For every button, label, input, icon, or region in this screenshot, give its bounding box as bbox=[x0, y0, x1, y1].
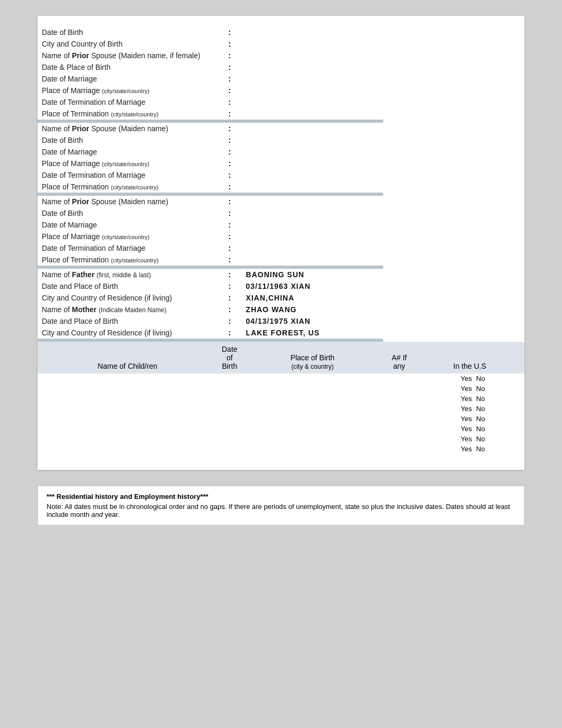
value-father-residence: XIAN,CHINA bbox=[242, 292, 384, 304]
colon-prior-1: : bbox=[217, 50, 242, 61]
label-place-term-3: Place of Termination (city/state/country… bbox=[38, 254, 217, 266]
label-dob-3: Date of Birth bbox=[38, 207, 217, 219]
child-place-3 bbox=[242, 394, 384, 404]
child-yes-4: Yes bbox=[415, 404, 474, 414]
row-father-name: Name of Father (first, middle & last) : … bbox=[38, 269, 524, 280]
row-prior-spouse-1-name: Name of Prior Spouse (Maiden name, if fe… bbox=[38, 50, 524, 61]
value-place-term-3 bbox=[242, 254, 384, 266]
row-prior-spouse-2-name: Name of Prior Spouse (Maiden name) : bbox=[38, 123, 524, 134]
row-place-marriage-3: Place of Marriage (city/state/country) : bbox=[38, 231, 524, 242]
value-place-marriage-3 bbox=[242, 231, 384, 242]
label-father-residence: City and Country of Residence (if living… bbox=[38, 292, 217, 304]
value-mother-name: ZHAO WANG bbox=[242, 304, 384, 315]
child-dob-3 bbox=[217, 394, 242, 404]
row-dob-2: Date of Birth : bbox=[38, 134, 524, 146]
row-city-birth-1: City and Country of Birth : bbox=[38, 38, 524, 50]
prior-bold-2: Prior bbox=[72, 124, 89, 133]
small-place-marriage-3: (city/state/country) bbox=[102, 234, 150, 240]
value-place-term-1 bbox=[242, 108, 384, 120]
row-date-place-birth-1: Date & Place of Birth : bbox=[38, 61, 524, 73]
row-dob-3: Date of Birth : bbox=[38, 207, 524, 219]
child-yes-2: Yes bbox=[415, 384, 474, 394]
row-dom-1: Date of Marriage : bbox=[38, 73, 524, 85]
label-dom-1: Date of Marriage bbox=[38, 73, 217, 85]
child-name-5 bbox=[38, 414, 217, 424]
label-mother-dob: Date and Place of Birth bbox=[38, 315, 217, 327]
value-dom-1 bbox=[242, 73, 384, 85]
child-no-5: No bbox=[474, 414, 524, 424]
value-prior-2 bbox=[242, 123, 384, 134]
colon-father-residence: : bbox=[217, 292, 242, 304]
mother-bold: Mother bbox=[72, 305, 97, 314]
row-dot-marriage-2: Date of Termination of Marriage : bbox=[38, 169, 524, 181]
label-city-birth-1: City and Country of Birth bbox=[38, 38, 217, 50]
value-prior-3 bbox=[242, 196, 384, 207]
label-mother-name: Name of Mother (Indicate Maiden Name) bbox=[38, 304, 217, 315]
child-name-7 bbox=[38, 434, 217, 444]
label-place-marriage-3: Place of Marriage (city/state/country) bbox=[38, 231, 217, 242]
small-place-term-2: (city/state/country) bbox=[111, 184, 158, 190]
child-any-1 bbox=[383, 374, 415, 384]
child-name-4 bbox=[38, 404, 217, 414]
child-name-8 bbox=[38, 444, 217, 454]
colon-dob-2: : bbox=[217, 134, 242, 146]
children-row-2: Yes No bbox=[38, 384, 524, 394]
label-place-term-1: Place of Termination (city/state/country… bbox=[38, 108, 217, 120]
children-row-3: Yes No bbox=[38, 394, 524, 404]
children-name-header: Name of Child/ren bbox=[38, 342, 217, 374]
child-dob-6 bbox=[217, 424, 242, 434]
child-place-4 bbox=[242, 404, 384, 414]
colon-father-dob: : bbox=[217, 280, 242, 292]
child-any-4 bbox=[383, 404, 415, 414]
prior-bold-1: Prior bbox=[72, 51, 89, 60]
row-dom-3: Date of Marriage : bbox=[38, 219, 524, 231]
value-dot-marriage-2 bbox=[242, 169, 384, 181]
colon-date-place-1: : bbox=[217, 61, 242, 73]
child-any-5 bbox=[383, 414, 415, 424]
child-yes-1: Yes bbox=[415, 374, 474, 384]
row-dob-1: Date of Birth : bbox=[38, 26, 524, 38]
child-place-6 bbox=[242, 424, 384, 434]
child-dob-2 bbox=[217, 384, 242, 394]
child-yes-8: Yes bbox=[415, 444, 474, 454]
colon-place-marriage-2: : bbox=[217, 158, 242, 169]
colon-dot-marriage-2: : bbox=[217, 169, 242, 181]
colon-dom-3: : bbox=[217, 219, 242, 231]
note-section: *** Residential history and Employment h… bbox=[38, 486, 524, 525]
child-yes-3: Yes bbox=[415, 394, 474, 404]
children-row-6: Yes No bbox=[38, 424, 524, 434]
child-place-8 bbox=[242, 444, 384, 454]
row-place-term-3: Place of Termination (city/state/country… bbox=[38, 254, 524, 266]
children-header-row: Name of Child/ren Date of Birth Place of… bbox=[38, 342, 524, 374]
colon-mother-residence: : bbox=[217, 327, 242, 339]
value-dom-3 bbox=[242, 219, 384, 231]
child-name-3 bbox=[38, 394, 217, 404]
colon-city-birth-1: : bbox=[217, 38, 242, 50]
child-place-2 bbox=[242, 384, 384, 394]
label-mother-residence: City and Country of Residence (if living… bbox=[38, 327, 217, 339]
child-dob-4 bbox=[217, 404, 242, 414]
label-father-dob: Date and Place of Birth bbox=[38, 280, 217, 292]
child-name-6 bbox=[38, 424, 217, 434]
value-mother-residence: LAKE FOREST, US bbox=[242, 327, 384, 339]
row-mother-residence: City and Country of Residence (if living… bbox=[38, 327, 524, 339]
colon-place-term-2: : bbox=[217, 181, 242, 193]
small-place-marriage-1: (city/state/country) bbox=[102, 88, 150, 94]
colon-mother-name: : bbox=[217, 304, 242, 315]
value-dom-2 bbox=[242, 146, 384, 158]
child-any-8 bbox=[383, 444, 415, 454]
row-prior-spouse-3-name: Name of Prior Spouse (Maiden name) : bbox=[38, 196, 524, 207]
father-bold: Father bbox=[72, 270, 95, 279]
child-name-1 bbox=[38, 374, 217, 384]
colon-dom-1: : bbox=[217, 73, 242, 85]
value-city-birth-1 bbox=[242, 38, 384, 50]
child-any-2 bbox=[383, 384, 415, 394]
child-no-4: No bbox=[474, 404, 524, 414]
note-body: Note: All dates must be in chronological… bbox=[47, 503, 515, 518]
value-place-term-2 bbox=[242, 181, 384, 193]
label-prior-spouse-3-name: Name of Prior Spouse (Maiden name) bbox=[38, 196, 217, 207]
colon-place-term-3: : bbox=[217, 254, 242, 266]
value-father-dob: 03/11/1963 XIAN bbox=[242, 280, 384, 292]
children-us-header: In the U.S bbox=[415, 342, 524, 374]
value-place-marriage-1 bbox=[242, 85, 384, 96]
